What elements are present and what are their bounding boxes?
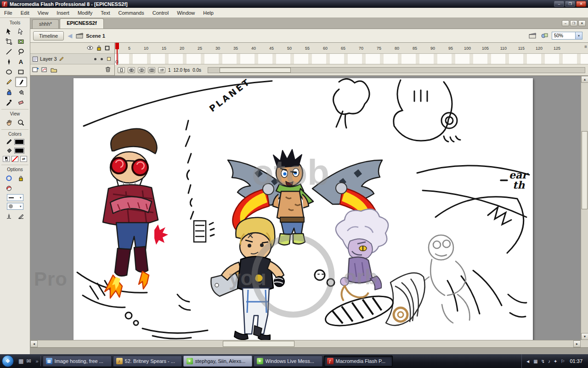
stroke-color-swatch[interactable]	[14, 139, 24, 145]
layer-visibility-dot[interactable]	[94, 58, 96, 60]
taskbar-window-button[interactable]: ƒ Macromedia Flash P...	[324, 356, 393, 367]
document-tab[interactable]: EPICNESS2f	[60, 18, 103, 29]
layer-name[interactable]: Layer 3	[40, 56, 57, 62]
brush-size-dropdown[interactable]: ▾	[7, 194, 23, 201]
quicklaunch-mail-icon[interactable]: ✉	[26, 358, 31, 364]
scroll-right-arrow[interactable]: ►	[573, 340, 581, 347]
security-icon[interactable]: ⚐	[561, 359, 565, 364]
quicklaunch-browser-icon[interactable]: ▦	[18, 358, 23, 364]
menu-item[interactable]: Window	[173, 8, 199, 17]
minimize-button[interactable]: –	[554, 1, 564, 7]
ink-bottle-tool-icon[interactable]	[3, 87, 15, 97]
no-color-button[interactable]	[11, 156, 18, 162]
horizontal-scrollbar[interactable]: ◄ ►	[30, 340, 581, 347]
lock-fill-toggle[interactable]	[16, 174, 26, 182]
document-close-button[interactable]: ✕	[578, 20, 586, 26]
playhead[interactable]	[115, 43, 119, 49]
menu-item[interactable]: Help	[199, 8, 218, 17]
object-drawing-toggle[interactable]	[4, 174, 14, 182]
delete-layer-button[interactable]	[105, 66, 111, 72]
timeline-ruler[interactable]: 5101520253035404550556065707580859095100…	[115, 43, 588, 54]
show-hide-all-layers-icon[interactable]	[87, 45, 93, 51]
edit-scene-icon[interactable]	[528, 32, 537, 40]
free-transform-tool-icon[interactable]	[3, 36, 15, 46]
eyedropper-tool-icon[interactable]	[3, 97, 15, 107]
subselection-tool-icon[interactable]	[15, 26, 27, 36]
default-colors-button[interactable]	[3, 156, 10, 162]
add-motion-guide-button[interactable]	[41, 67, 48, 73]
stage[interactable]: PLANET ear th otob you orb	[74, 78, 533, 340]
taskbar-window-button[interactable]: ✦ Windows Live Mess...	[254, 356, 322, 367]
layer-row[interactable]: Layer 3	[30, 54, 114, 65]
onion-skin-outlines-button[interactable]	[138, 67, 145, 73]
paint-bucket-tool-icon[interactable]	[15, 87, 27, 97]
display-icon[interactable]: ▦	[533, 359, 537, 364]
brush-tool-icon[interactable]	[15, 77, 27, 87]
center-frame-button[interactable]	[118, 67, 125, 73]
edit-multiple-frames-button[interactable]	[148, 67, 155, 73]
timeline-horizontal-scrollbar[interactable]	[208, 67, 585, 73]
line-tool-icon[interactable]	[3, 46, 15, 57]
start-button[interactable]: ❖	[2, 355, 14, 367]
selection-tool-icon[interactable]	[3, 26, 15, 36]
text-tool-icon[interactable]: A	[15, 57, 27, 67]
close-button[interactable]: ✕	[576, 1, 586, 7]
brush-mode-button[interactable]	[4, 184, 14, 192]
insert-layer-button[interactable]	[32, 67, 39, 73]
vertical-scrollbar[interactable]: ▲ ▼	[581, 76, 588, 340]
messenger-icon[interactable]: ✦	[554, 359, 557, 364]
document-tab[interactable]: shhh*	[32, 19, 59, 29]
frame-view-menu-icon[interactable]: ≡	[584, 44, 587, 49]
quick-launch-chevron-icon[interactable]: »	[35, 358, 38, 364]
network-icon[interactable]: ↯	[541, 359, 545, 364]
zoom-value-field[interactable]: 50%	[552, 32, 576, 40]
volume-icon[interactable]: ♪	[548, 359, 550, 364]
menu-item[interactable]: View	[34, 8, 53, 17]
taskbar-window-button[interactable]: ♪ 52. Britney Spears - ...	[113, 356, 182, 367]
zoom-tool-icon[interactable]	[15, 117, 27, 127]
swap-colors-button[interactable]: ⇄	[20, 156, 27, 162]
layer-frames-row[interactable]	[115, 54, 588, 65]
document-minimize-button[interactable]: –	[562, 20, 569, 26]
lock-all-layers-icon[interactable]	[96, 45, 102, 51]
timeline-toggle-button[interactable]: Timeline	[33, 31, 64, 40]
hand-tool-icon[interactable]	[3, 117, 15, 127]
horizontal-scrollbar-thumb[interactable]	[223, 341, 294, 347]
document-restore-button[interactable]: ❐	[570, 20, 577, 26]
taskbar-window-button[interactable]: ✦ stephgay, Siin, Alexs...	[183, 356, 252, 367]
lasso-tool-icon[interactable]	[15, 46, 27, 57]
hide-tray-icon[interactable]: ◄	[526, 359, 530, 364]
scroll-down-arrow[interactable]: ▼	[581, 333, 588, 340]
menu-item[interactable]: Control	[148, 8, 173, 17]
scroll-left-arrow[interactable]: ◄	[30, 340, 38, 347]
menu-item[interactable]: Modify	[74, 8, 96, 17]
edit-symbols-icon[interactable]	[540, 32, 549, 40]
use-pressure-toggle[interactable]	[4, 212, 14, 220]
layer-lock-dot[interactable]	[101, 58, 103, 60]
vertical-scrollbar-thumb[interactable]	[582, 131, 588, 209]
pen-tool-icon[interactable]	[3, 57, 15, 67]
use-tilt-toggle[interactable]	[16, 212, 26, 220]
maximize-button[interactable]: ❐	[565, 1, 575, 7]
layer-outline-color-box[interactable]	[107, 57, 111, 61]
eraser-tool-icon[interactable]	[15, 97, 27, 107]
menu-item[interactable]: Commands	[114, 8, 148, 17]
taskbar-window-button[interactable]: ▦ Image hosting, free ...	[43, 356, 112, 367]
rectangle-tool-icon[interactable]	[15, 67, 27, 77]
menu-item[interactable]: Text	[96, 8, 114, 17]
frame-rate-indicator[interactable]: 12.0 fps	[174, 68, 190, 73]
gradient-transform-tool-icon[interactable]	[15, 36, 27, 46]
modify-onion-markers-button[interactable]	[158, 67, 165, 73]
scroll-up-arrow[interactable]: ▲	[581, 76, 588, 83]
back-arrow-icon[interactable]: ◀	[68, 32, 72, 39]
brush-shape-dropdown[interactable]: ▾	[7, 203, 23, 210]
onion-skin-button[interactable]	[128, 67, 135, 73]
zoom-dropdown-arrow[interactable]: ▾	[576, 32, 582, 40]
insert-layer-folder-button[interactable]	[51, 67, 57, 73]
fill-color-swatch[interactable]	[14, 148, 24, 154]
menu-item[interactable]: File	[0, 8, 17, 17]
menu-item[interactable]: Edit	[17, 8, 34, 17]
show-all-layers-outlines-icon[interactable]	[105, 46, 110, 51]
pencil-tool-icon[interactable]	[3, 77, 15, 87]
timeline-scrollbar-thumb[interactable]	[220, 68, 291, 73]
